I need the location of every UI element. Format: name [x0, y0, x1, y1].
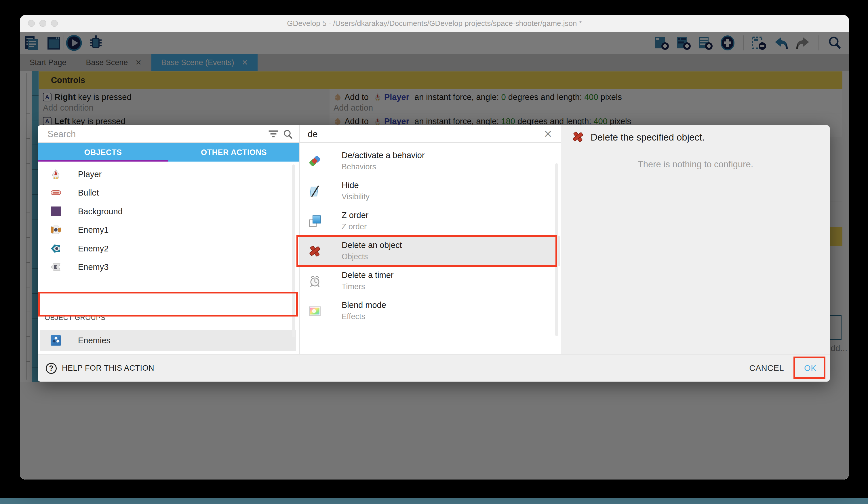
delete-action-icon [571, 130, 584, 144]
enemy2-icon [50, 243, 61, 254]
action-row-delete-timer[interactable]: Delete a timer Timers [300, 266, 560, 296]
player-icon [50, 169, 61, 180]
tab-other-actions[interactable]: OTHER ACTIONS [168, 143, 299, 162]
clear-search-icon[interactable]: ✕ [544, 125, 552, 143]
action-title: Delete a timer [342, 270, 394, 280]
object-row-enemy2[interactable]: Enemy2 [38, 239, 299, 258]
object-label: Player [78, 170, 102, 179]
enemy3-icon [50, 262, 61, 272]
object-row-enemy3[interactable]: Enemy3 [38, 258, 299, 276]
timer-icon [308, 274, 321, 288]
annotation-delete-object-box [297, 235, 557, 267]
objects-search-input[interactable]: Search [48, 125, 76, 143]
action-category: Z order [342, 222, 366, 231]
annotation-ok-box [794, 356, 825, 379]
objects-list: Player Bullet Background Enemy1 Enemy2 [38, 162, 299, 354]
action-title: Hide [342, 181, 359, 190]
behavior-icon [308, 155, 321, 168]
object-row-bullet[interactable]: Bullet [38, 183, 299, 202]
object-label: Enemy2 [78, 244, 108, 253]
action-title: De/activate a behavior [342, 151, 425, 160]
action-category: Visibility [342, 192, 370, 201]
object-label: Enemy1 [78, 225, 108, 235]
action-description: Delete the specified object. [591, 132, 704, 143]
action-editor-dialog: Search de ✕ OBJECTS OTHER ACTIONS [38, 125, 830, 382]
object-row-background[interactable]: Background [38, 202, 299, 221]
object-label: Enemy3 [78, 262, 108, 272]
enemy1-icon [50, 224, 61, 235]
gdevelop-window: GDevelop 5 - /Users/dkarakay/Documents/G… [20, 15, 849, 480]
help-label: HELP FOR THIS ACTION [62, 364, 154, 373]
window-title: GDevelop 5 - /Users/dkarakay/Documents/G… [20, 15, 849, 32]
dialog-tabbar: OBJECTS OTHER ACTIONS [38, 143, 299, 162]
search-icon [283, 129, 293, 141]
hide-icon [308, 185, 321, 198]
action-category: Behaviors [342, 162, 376, 171]
object-label: Background [78, 207, 123, 216]
background-icon [50, 206, 61, 217]
blend-mode-icon [308, 304, 321, 317]
action-category: Effects [342, 312, 365, 321]
action-detail-pane: Delete the specified object. There is no… [561, 125, 830, 354]
screenshot: GDevelop 5 - /Users/dkarakay/Documents/G… [0, 0, 868, 504]
action-category: Timers [342, 282, 365, 291]
tab-objects[interactable]: OBJECTS [38, 143, 168, 162]
enemies-group-icon [50, 335, 61, 346]
cancel-button[interactable]: CANCEL [749, 363, 784, 373]
actions-search-input[interactable]: de [308, 125, 318, 143]
action-row-blend-mode[interactable]: Blend mode Effects [300, 296, 560, 326]
object-label: Bullet [78, 188, 99, 198]
annotation-enemies-box [38, 292, 298, 316]
z-order-icon [308, 214, 321, 228]
action-title: Z order [342, 211, 368, 220]
titlebar: GDevelop 5 - /Users/dkarakay/Documents/G… [20, 15, 849, 32]
desktop-bottom-strip [0, 498, 868, 504]
filter-icon[interactable] [268, 129, 279, 139]
bullet-icon [50, 187, 61, 198]
dialog-footer: ? HELP FOR THIS ACTION CANCEL OK [38, 354, 830, 382]
help-button[interactable]: ? HELP FOR THIS ACTION [46, 354, 154, 382]
group-row-enemies[interactable]: Enemies [40, 330, 296, 351]
action-row-hide[interactable]: Hide Visibility [300, 176, 560, 206]
group-label: Enemies [78, 336, 111, 345]
help-icon: ? [46, 363, 57, 374]
object-row-enemy1[interactable]: Enemy1 [38, 221, 299, 239]
object-row-player[interactable]: Player [38, 165, 299, 183]
action-row-z-order[interactable]: Z order Z order [300, 206, 560, 236]
action-row-deactivate-behavior[interactable]: De/activate a behavior Behaviors [300, 146, 560, 176]
action-title: Blend mode [342, 300, 386, 310]
nothing-to-configure-text: There is nothing to configure. [561, 159, 830, 170]
